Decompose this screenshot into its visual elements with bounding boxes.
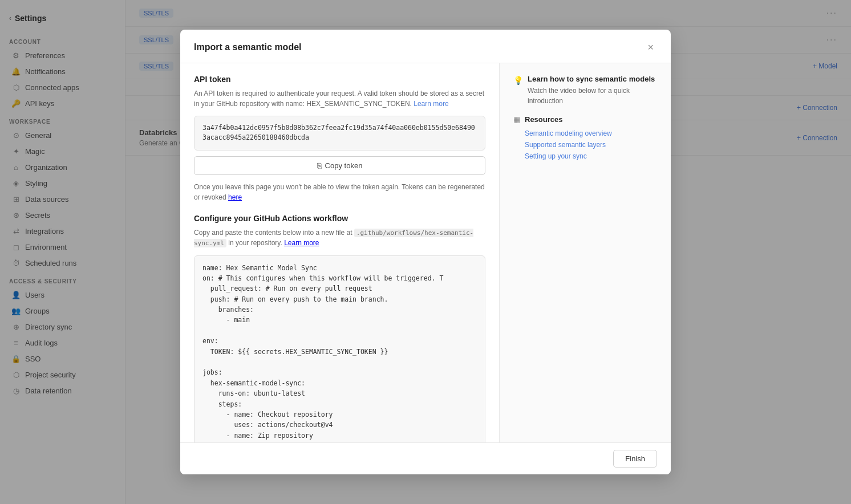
- copy-token-button[interactable]: ⎘ Copy token: [194, 156, 485, 175]
- workflow-section-title: Configure your GitHub Actions workflow: [194, 214, 485, 223]
- workflow-description: Copy and paste the contents below into a…: [194, 227, 485, 249]
- modal-right-panel: 💡 Learn how to sync semantic models Watc…: [500, 63, 671, 442]
- resources-icon: ▦: [513, 115, 520, 124]
- learn-text: Watch the video below for a quick introd…: [528, 86, 657, 106]
- learn-content: Learn how to sync semantic models Watch …: [528, 75, 657, 106]
- modal-close-button[interactable]: ×: [644, 41, 657, 54]
- copy-token-icon: ⎘: [317, 161, 322, 170]
- resource-link-2[interactable]: Supported semantic layers: [513, 141, 657, 149]
- api-token-title: API token: [194, 75, 485, 84]
- api-token-learn-more-link[interactable]: Learn more: [414, 100, 448, 108]
- api-token-description: An API token is required to authenticate…: [194, 88, 485, 109]
- resource-link-1[interactable]: Semantic modeling overview: [513, 129, 657, 137]
- workflow-learn-more-link[interactable]: Learn more: [284, 239, 319, 247]
- modal-left-panel: API token An API token is required to au…: [180, 63, 500, 442]
- resources-section: ▦ Resources Semantic modeling overview S…: [513, 115, 657, 160]
- modal-title: Import a semantic model: [194, 42, 302, 52]
- learn-section: 💡 Learn how to sync semantic models Watc…: [513, 75, 657, 106]
- warning-text: Once you leave this page you won't be ab…: [194, 182, 485, 202]
- token-value: 3a47f4b0a412dc0957f5b0d08b362c7feea2fc19…: [194, 116, 485, 151]
- resource-link-3[interactable]: Setting up your sync: [513, 152, 657, 160]
- finish-button[interactable]: Finish: [613, 450, 657, 468]
- lightbulb-icon: 💡: [513, 76, 523, 85]
- resources-header: ▦ Resources: [513, 115, 657, 124]
- modal-footer: Finish: [180, 442, 671, 474]
- import-semantic-model-modal: Import a semantic model × API token An A…: [180, 30, 671, 474]
- resources-title: Resources: [525, 115, 562, 124]
- modal-header: Import a semantic model ×: [180, 30, 671, 63]
- modal-body: API token An API token is required to au…: [180, 63, 671, 442]
- workflow-code-box: name: Hex Semantic Model Sync on: # This…: [194, 255, 485, 443]
- here-link[interactable]: here: [228, 193, 242, 201]
- modal-backdrop: Import a semantic model × API token An A…: [0, 0, 851, 504]
- learn-title: Learn how to sync semantic models: [528, 75, 657, 83]
